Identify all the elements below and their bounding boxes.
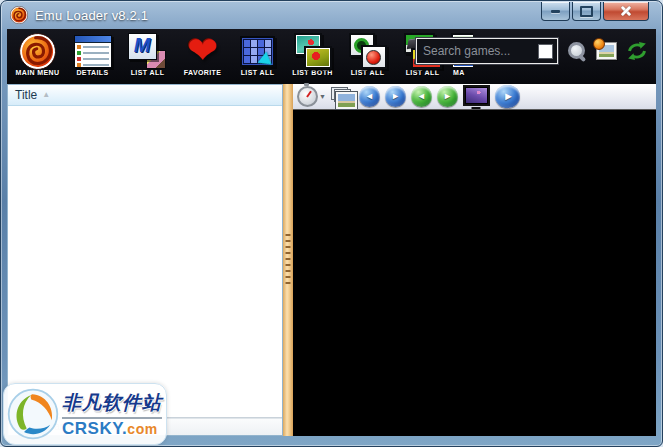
- play-video-button[interactable]: ►: [495, 85, 520, 108]
- client-area: MAIN MENU DETAILS: [7, 29, 656, 436]
- sort-ascending-icon: ▲: [42, 91, 50, 99]
- timer-button[interactable]: ▼: [297, 86, 326, 107]
- caret-down-icon: ▼: [319, 93, 326, 100]
- refresh-icon[interactable]: [626, 41, 648, 61]
- details-window-icon: [74, 32, 112, 70]
- play-icon: ►: [495, 85, 520, 108]
- next-game-button[interactable]: ►: [437, 86, 458, 107]
- toolbar-button-label: LIST ALL: [131, 69, 165, 76]
- panel-splitter[interactable]: [283, 84, 293, 436]
- search-input[interactable]: [421, 43, 534, 59]
- mame-snapshot-icon: M: [128, 32, 168, 70]
- toolbar-button-label: DETAILS: [76, 69, 108, 76]
- stopwatch-icon: [297, 86, 318, 107]
- search-box: [416, 38, 558, 64]
- close-button[interactable]: [603, 2, 649, 21]
- column-header-label: Title: [15, 88, 37, 102]
- blue-next-icon: ►: [385, 86, 406, 107]
- toolbar-button-favorite[interactable]: ❤ FAVORITE: [176, 32, 229, 76]
- viewer-toolbar: ▼ ◄ ► ◄: [293, 84, 656, 109]
- crsky-logo-icon: [6, 387, 60, 441]
- watermark-site-url: CRSKY.com: [62, 419, 162, 439]
- watermark-url-main: CRSKY.: [62, 419, 127, 438]
- screen-grid-arrow-icon: [240, 32, 275, 70]
- search-icon[interactable]: [567, 41, 587, 61]
- search-cluster: [416, 38, 648, 64]
- close-icon: [621, 6, 632, 17]
- splitter-grip-icon: [286, 234, 291, 286]
- dual-screens-icon: [293, 32, 333, 70]
- snapshots-stack-icon: [331, 87, 354, 106]
- toolbar-button-label: LIST ALL: [351, 69, 385, 76]
- app-window: Emu Loader v8.2.1 MAIN MENU: [0, 0, 663, 447]
- maximize-icon: [580, 6, 593, 17]
- snapshots-button[interactable]: [331, 87, 354, 106]
- snapshot-icon[interactable]: [596, 42, 617, 60]
- toolbar-button-label: LIST ALL: [406, 69, 440, 76]
- toolbar-button-list-both[interactable]: LIST BOTH: [286, 32, 339, 76]
- toolbar-button-list-all-mame[interactable]: M LIST ALL: [121, 32, 174, 76]
- preview-panel: ▼ ◄ ► ◄: [293, 84, 656, 436]
- caption-buttons: [541, 2, 649, 21]
- title-column-header[interactable]: Title ▲: [8, 85, 282, 106]
- toolbar-button-label: MA: [451, 69, 465, 76]
- toolbar-button-main-menu[interactable]: MAIN MENU: [11, 32, 64, 76]
- minimize-button[interactable]: [541, 2, 570, 21]
- monitor-preview-icon: [463, 85, 490, 106]
- app-logo-icon: [10, 6, 28, 24]
- main-menu-spiral-icon: [17, 30, 59, 73]
- toolbar-button-details[interactable]: DETAILS: [66, 32, 119, 76]
- toolbar-button-label: LIST BOTH: [292, 69, 333, 76]
- main-toolbar: MAIN MENU DETAILS: [7, 29, 656, 84]
- toolbar-button-list-all-buttons[interactable]: LIST ALL: [341, 32, 394, 76]
- previous-image-button[interactable]: ◄: [359, 86, 380, 107]
- preview-mode-button[interactable]: [463, 85, 490, 108]
- previous-game-button[interactable]: ◄: [411, 86, 432, 107]
- search-checkbox[interactable]: [538, 44, 553, 59]
- watermark-url-suffix: com: [127, 421, 157, 437]
- next-image-button[interactable]: ►: [385, 86, 406, 107]
- crsky-watermark: 非凡软件站 CRSKY.com: [3, 383, 167, 445]
- games-list[interactable]: [8, 106, 282, 417]
- toolbar-button-list-all-screens[interactable]: LIST ALL: [231, 32, 284, 76]
- preview-display[interactable]: [293, 109, 656, 436]
- blue-prev-icon: ◄: [359, 86, 380, 107]
- window-title: Emu Loader v8.2.1: [35, 8, 148, 23]
- titlebar: Emu Loader v8.2.1: [1, 1, 662, 29]
- green-prev-icon: ◄: [411, 86, 432, 107]
- green-next-icon: ►: [437, 86, 458, 107]
- watermark-text: 非凡软件站 CRSKY.com: [62, 390, 162, 439]
- heart-icon: ❤: [187, 32, 218, 70]
- minimize-icon: [551, 10, 560, 13]
- green-ring-red-button-icon: [348, 32, 388, 70]
- watermark-site-name: 非凡软件站: [62, 390, 162, 419]
- maximize-button[interactable]: [572, 2, 601, 21]
